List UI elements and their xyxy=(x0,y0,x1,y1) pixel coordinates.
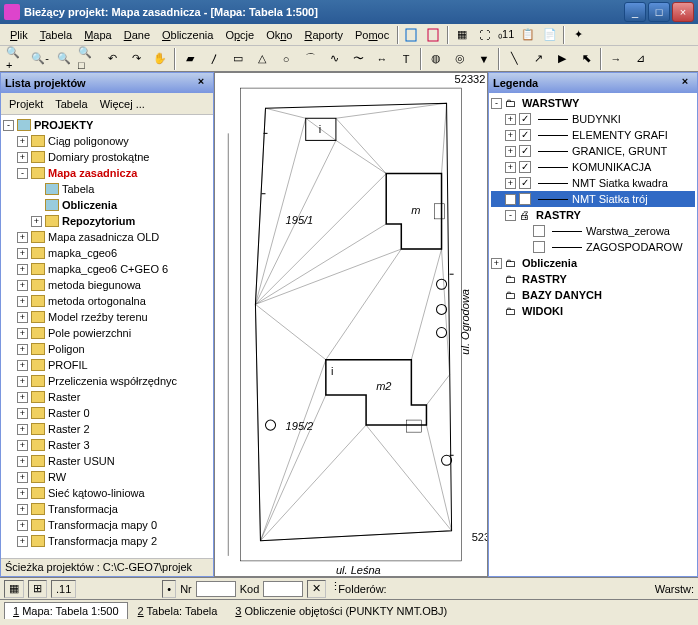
circle-icon[interactable]: ○ xyxy=(275,48,297,70)
status-kod-input[interactable] xyxy=(263,581,303,597)
tree-item[interactable]: +Raster 3 xyxy=(3,437,211,453)
tree-item[interactable]: +Transformacja mapy 0 xyxy=(3,517,211,533)
zoom-next-icon[interactable]: ↷ xyxy=(125,48,147,70)
rectangle-icon[interactable]: ▭ xyxy=(227,48,249,70)
tree-item[interactable]: +Sieć kątowo-liniowa xyxy=(3,485,211,501)
status-hatch-icon[interactable]: ⊞ xyxy=(28,580,47,598)
select-arrow-icon[interactable]: ▶ xyxy=(551,48,573,70)
tree-item[interactable]: +PROFIL xyxy=(3,357,211,373)
tree-item[interactable]: +Raster 0 xyxy=(3,405,211,421)
menu-opcje[interactable]: Opcje xyxy=(219,27,260,43)
projects-tree[interactable]: -PROJEKTY+Ciąg poligonowy+Domiary prosto… xyxy=(1,115,213,558)
projects-panel-close-icon[interactable]: × xyxy=(193,75,209,91)
legend-panel-close-icon[interactable]: × xyxy=(677,75,693,91)
toolbar-icon-4[interactable]: ⛶ xyxy=(474,25,494,45)
legend-layer[interactable]: +✓ELEMENTY GRAFI xyxy=(491,127,695,143)
status-dot-icon[interactable]: • xyxy=(162,580,176,598)
tree-item[interactable]: +mapka_cgeo6 C+GEO 6 xyxy=(3,261,211,277)
arc-icon[interactable]: ⌒ xyxy=(299,48,321,70)
status-nr-input[interactable] xyxy=(196,581,236,597)
legend-layer[interactable]: +✓NMT Siatka trój xyxy=(491,191,695,207)
menu-tabela[interactable]: Tabela xyxy=(34,27,78,43)
dropdown-icon[interactable]: ▼ xyxy=(473,48,495,70)
legend-raster-item[interactable]: Warstwa_zerowa xyxy=(491,223,695,239)
status-grid-icon[interactable]: ▦ xyxy=(4,580,24,598)
move-icon[interactable]: ↗ xyxy=(527,48,549,70)
tree-item[interactable]: +Transformacja xyxy=(3,501,211,517)
legend-tree[interactable]: -🗀WARSTWY+✓BUDYNKI+✓ELEMENTY GRAFI+✓GRAN… xyxy=(489,93,697,576)
tree-item[interactable]: +Pole powierzchni xyxy=(3,325,211,341)
zoom-extent-icon[interactable]: 🔍□ xyxy=(77,48,99,70)
legend-extra[interactable]: 🗀WIDOKI xyxy=(491,303,695,319)
measure-icon[interactable]: ⊿ xyxy=(629,48,651,70)
tree-child[interactable]: Obliczenia xyxy=(3,197,211,213)
tree-child[interactable]: Tabela xyxy=(3,181,211,197)
splitter[interactable]: ⋮ xyxy=(330,580,334,598)
map-canvas[interactable]: i m m2 i xyxy=(214,72,488,577)
zoom-in-icon[interactable]: 🔍+ xyxy=(5,48,27,70)
polygon-fill-icon[interactable]: ▰ xyxy=(179,48,201,70)
zoom-window-icon[interactable]: 🔍 xyxy=(53,48,75,70)
tree-item[interactable]: +RW xyxy=(3,469,211,485)
arrow-right-icon[interactable]: → xyxy=(605,48,627,70)
minimize-button[interactable]: _ xyxy=(624,2,646,22)
tree-item[interactable]: +Raster 2 xyxy=(3,421,211,437)
tree-item[interactable]: +Przeliczenia współrzędnyc xyxy=(3,373,211,389)
tree-child[interactable]: +Repozytorium xyxy=(3,213,211,229)
menu-okno[interactable]: Okno xyxy=(260,27,298,43)
toolbar-icon-2[interactable] xyxy=(424,25,444,45)
legend-root[interactable]: -🗀WARSTWY xyxy=(491,95,695,111)
polyline-icon[interactable]: 〳 xyxy=(203,48,225,70)
dimension-icon[interactable]: ↔ xyxy=(371,48,393,70)
tree-item[interactable]: +Raster USUN xyxy=(3,453,211,469)
legend-layer[interactable]: +✓NMT Siatka kwadra xyxy=(491,175,695,191)
zoom-prev-icon[interactable]: ↶ xyxy=(101,48,123,70)
menu-raporty[interactable]: Raporty xyxy=(298,27,349,43)
legend-extra[interactable]: 🗀BAZY DANYCH xyxy=(491,287,695,303)
legend-raster-item[interactable]: ZAGOSPODAROW xyxy=(491,239,695,255)
legend-layer[interactable]: +✓BUDYNKI xyxy=(491,111,695,127)
spline-icon[interactable]: 〜 xyxy=(347,48,369,70)
tree-item[interactable]: +Ciąg poligonowy xyxy=(3,133,211,149)
menu-plik[interactable]: Plik xyxy=(4,27,34,43)
edit-icon[interactable]: ╲ xyxy=(503,48,525,70)
curve-icon[interactable]: ∿ xyxy=(323,48,345,70)
projects-tab-projekt[interactable]: Projekt xyxy=(3,96,49,112)
doc-tab[interactable]: 2 Tabela: Tabela xyxy=(130,603,226,619)
menu-mapa[interactable]: Mapa xyxy=(78,27,118,43)
tree-item[interactable]: -Mapa zasadnicza xyxy=(3,165,211,181)
doc-tab[interactable]: 1 Mapa: Tabela 1:500 xyxy=(4,602,128,619)
menu-dane[interactable]: Dane xyxy=(118,27,156,43)
tree-item[interactable]: +metoda biegunowa xyxy=(3,277,211,293)
tree-item[interactable]: +Transformacja mapy 2 xyxy=(3,533,211,549)
tree-root[interactable]: -PROJEKTY xyxy=(3,117,211,133)
close-button[interactable]: × xyxy=(672,2,694,22)
legend-layer[interactable]: +✓KOMUNIKACJA xyxy=(491,159,695,175)
doc-tab[interactable]: 3 Obliczenie objętości (PUNKTY NMT.OBJ) xyxy=(227,603,455,619)
toolbar-icon-8[interactable]: ✦ xyxy=(568,25,588,45)
toolbar-icon-6[interactable]: 📋 xyxy=(518,25,538,45)
tree-item[interactable]: +Domiary prostokątne xyxy=(3,149,211,165)
menu-obliczenia[interactable]: Obliczenia xyxy=(156,27,219,43)
maximize-button[interactable]: □ xyxy=(648,2,670,22)
legend-extra[interactable]: 🗀RASTRY xyxy=(491,271,695,287)
tree-item[interactable]: +mapka_cgeo6 xyxy=(3,245,211,261)
toolbar-icon-1[interactable] xyxy=(402,25,422,45)
cursor-icon[interactable]: ⬉ xyxy=(575,48,597,70)
projects-tab-more[interactable]: Więcej ... xyxy=(94,96,151,112)
legend-rastry[interactable]: -🖨RASTRY xyxy=(491,207,695,223)
pan-icon[interactable]: ✋ xyxy=(149,48,171,70)
hatch-icon[interactable]: ◍ xyxy=(425,48,447,70)
menu-pomoc[interactable]: Pomoc xyxy=(349,27,395,43)
fill-icon[interactable]: ◎ xyxy=(449,48,471,70)
toolbar-icon-3[interactable]: ▦ xyxy=(452,25,472,45)
tree-item[interactable]: +Poligon xyxy=(3,341,211,357)
triangle-icon[interactable]: △ xyxy=(251,48,273,70)
tree-item[interactable]: +Raster xyxy=(3,389,211,405)
legend-extra[interactable]: +🗀Obliczenia xyxy=(491,255,695,271)
tree-item[interactable]: +Model rzeźby terenu xyxy=(3,309,211,325)
toolbar-icon-5[interactable]: ₀11 xyxy=(496,25,516,45)
status-x-icon[interactable]: ✕ xyxy=(307,580,326,598)
zoom-out-icon[interactable]: 🔍- xyxy=(29,48,51,70)
legend-layer[interactable]: +✓GRANICE, GRUNT xyxy=(491,143,695,159)
